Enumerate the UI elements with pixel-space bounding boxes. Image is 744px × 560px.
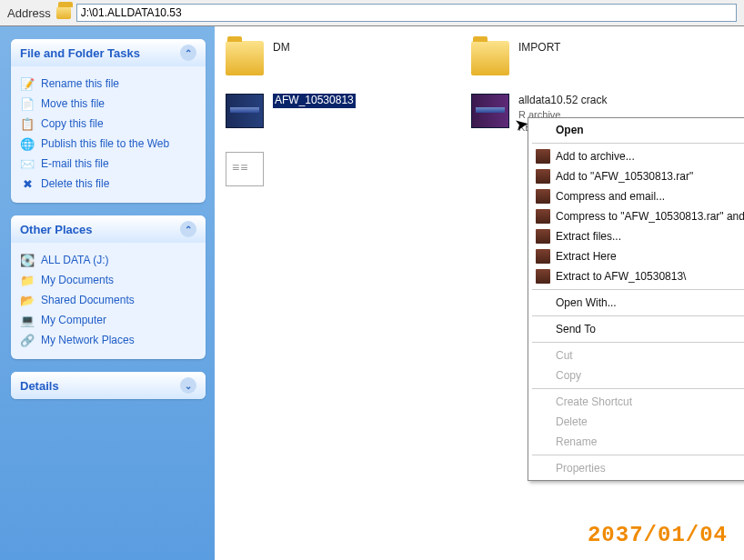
task-label: Delete this file — [41, 177, 109, 190]
menu-item-label: Rename — [556, 435, 597, 448]
text-file-icon — [226, 152, 264, 186]
blank-icon — [536, 322, 550, 336]
context-menu-item: Rename — [530, 432, 744, 452]
task-icon: 📂 — [20, 293, 35, 307]
panel-body: 📝Rename this file📄Move this file📋Copy th… — [11, 66, 206, 203]
task-label: E-mail this file — [41, 157, 109, 170]
file-name: IMPORT — [518, 41, 560, 55]
file-item[interactable]: AFW_10530813 — [226, 94, 435, 134]
context-menu-item[interactable]: Extract files... — [530, 226, 744, 246]
task-link[interactable]: 💻My Computer — [20, 310, 196, 330]
menu-separator — [532, 315, 744, 316]
archive-icon — [536, 169, 550, 184]
menu-item-label: Open — [556, 124, 584, 136]
menu-item-label: Create Shortcut — [556, 395, 632, 408]
sidebar-panel: File and Folder Tasks⌃📝Rename this file📄… — [11, 39, 206, 203]
context-menu-item[interactable]: Send To▶ — [530, 319, 744, 339]
panel-body: 💽ALL DATA (J:)📁My Documents📂Shared Docum… — [11, 243, 206, 359]
file-item[interactable]: DM — [226, 41, 435, 75]
blank-icon — [536, 295, 550, 310]
menu-item-label: Properties — [556, 462, 606, 475]
task-link[interactable]: 📝Rename this file — [20, 74, 196, 94]
panel-header[interactable]: Details⌄ — [11, 372, 206, 399]
context-menu-item[interactable]: Open With... — [530, 293, 744, 313]
sidebar-panel: Details⌄ — [11, 372, 206, 399]
menu-separator — [532, 388, 744, 389]
menu-item-label: Extract to AFW_10530813\ — [556, 270, 686, 283]
context-menu-item[interactable]: Extract to AFW_10530813\ — [530, 266, 744, 286]
archive-icon — [536, 209, 550, 224]
context-menu-item[interactable]: Add to "AFW_10530813.rar" — [530, 166, 744, 186]
file-item[interactable] — [226, 152, 435, 186]
task-label: Copy this file — [41, 117, 104, 130]
folder-icon — [226, 41, 264, 75]
task-link[interactable]: 📋Copy this file — [20, 114, 196, 134]
blank-icon — [536, 461, 550, 475]
panel-title: Other Places — [20, 223, 93, 236]
context-menu-item[interactable]: Add to archive... — [530, 146, 744, 166]
task-link[interactable]: ✉️E-mail this file — [20, 154, 196, 174]
address-label: Address — [7, 6, 51, 20]
file-name: alldata10.52 crack — [518, 94, 607, 108]
task-icon: 📝 — [20, 76, 35, 91]
context-menu-item[interactable]: Compress to "AFW_10530813.rar" and email — [530, 206, 744, 226]
chevron-up-icon[interactable]: ⌃ — [180, 45, 196, 61]
archive-icon — [536, 269, 550, 284]
panel-header[interactable]: File and Folder Tasks⌃ — [11, 39, 206, 66]
task-label: Rename this file — [41, 77, 119, 90]
sidebar: File and Folder Tasks⌃📝Rename this file📄… — [0, 26, 215, 560]
file-pane[interactable]: DMIMPORTAFW_10530813alldata10.52 crackR … — [215, 26, 744, 560]
file-labels: IMPORT — [518, 41, 560, 55]
context-menu-item: Delete — [530, 412, 744, 432]
task-link[interactable]: 💽ALL DATA (J:) — [20, 250, 196, 270]
archive-icon — [536, 229, 550, 244]
address-input[interactable] — [76, 4, 737, 22]
task-icon: 📄 — [20, 96, 35, 111]
menu-item-label: Extract files... — [556, 230, 621, 243]
file-name: AFW_10530813 — [273, 94, 356, 108]
menu-separator — [532, 342, 744, 343]
context-menu-item[interactable]: Extract Here — [530, 246, 744, 266]
blank-icon — [536, 368, 550, 383]
blank-icon — [536, 435, 550, 449]
task-icon: 🌐 — [20, 136, 35, 151]
task-link[interactable]: 📁My Documents — [20, 270, 196, 290]
context-menu-item: Copy — [530, 365, 744, 385]
context-menu-item: Properties — [530, 458, 744, 478]
task-label: My Documents — [41, 274, 114, 286]
folder-icon — [56, 6, 71, 19]
context-menu-item: Create Shortcut — [530, 392, 744, 412]
task-link[interactable]: ✖Delete this file — [20, 174, 196, 194]
task-label: My Network Places — [41, 334, 135, 346]
task-link[interactable]: 🔗My Network Places — [20, 330, 196, 350]
sidebar-panel: Other Places⌃💽ALL DATA (J:)📁My Documents… — [11, 215, 206, 359]
task-label: Shared Documents — [41, 294, 135, 306]
task-link[interactable]: 🌐Publish this file to the Web — [20, 134, 196, 154]
task-icon: ✖ — [20, 176, 35, 191]
task-link[interactable]: 📄Move this file — [20, 94, 196, 114]
task-icon: 💽 — [20, 253, 35, 267]
context-menu-item[interactable]: Compress and email... — [530, 186, 744, 206]
blank-icon — [536, 395, 550, 409]
blank-icon — [536, 415, 550, 429]
file-item[interactable]: IMPORT — [471, 41, 680, 75]
task-icon: 📋 — [20, 116, 35, 131]
panel-title: File and Folder Tasks — [20, 46, 140, 60]
archive-icon — [536, 249, 550, 264]
file-labels: AFW_10530813 — [273, 94, 356, 108]
menu-item-label: Copy — [556, 369, 581, 382]
menu-item-label: Cut — [556, 349, 573, 362]
chevron-down-icon[interactable]: ⌄ — [180, 377, 196, 394]
task-icon: 🔗 — [20, 333, 35, 347]
menu-separator — [532, 289, 744, 290]
context-menu-item: Cut — [530, 345, 744, 365]
context-menu-item[interactable]: Open — [530, 120, 744, 140]
chevron-up-icon[interactable]: ⌃ — [180, 221, 196, 237]
panel-header[interactable]: Other Places⌃ — [11, 215, 206, 243]
archive-icon — [226, 94, 264, 128]
task-link[interactable]: 📂Shared Documents — [20, 290, 196, 310]
menu-separator — [532, 143, 744, 144]
task-icon: 📁 — [20, 273, 35, 287]
menu-item-label: Compress and email... — [556, 190, 665, 203]
menu-item-label: Add to archive... — [556, 150, 635, 163]
